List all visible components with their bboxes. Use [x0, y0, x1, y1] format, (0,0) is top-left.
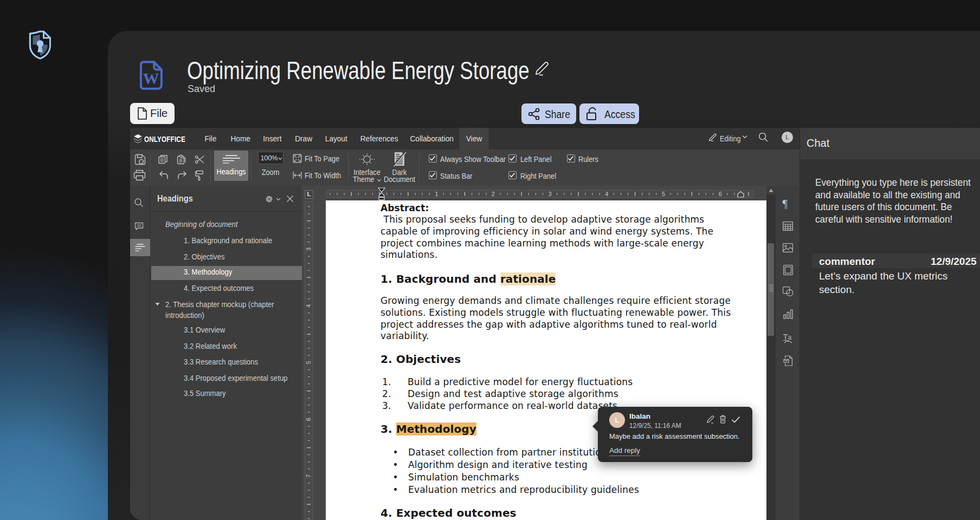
svg-text:6: 6 [305, 418, 312, 421]
svg-text:5: 5 [305, 361, 312, 364]
svg-text:1: 1 [435, 190, 438, 197]
svg-text:3: 3 [305, 248, 312, 251]
svg-text:4: 4 [305, 304, 312, 308]
svg-text:3: 3 [549, 190, 552, 197]
svg-text:4: 4 [605, 190, 608, 197]
svg-text:5: 5 [662, 190, 665, 197]
svg-text:7: 7 [305, 474, 312, 478]
svg-text:W: W [143, 70, 159, 87]
svg-text:6: 6 [719, 190, 722, 197]
svg-text:2: 2 [492, 190, 495, 197]
